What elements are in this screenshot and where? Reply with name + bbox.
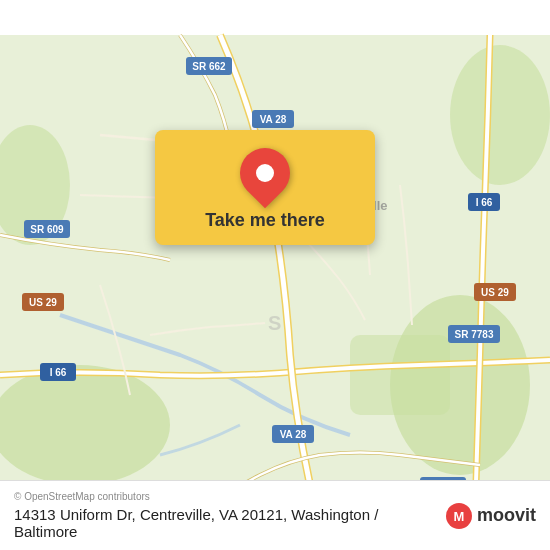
location-pin-icon: [230, 138, 301, 209]
svg-text:S: S: [268, 312, 281, 334]
moovit-text: moovit: [477, 505, 536, 526]
svg-text:SR 609: SR 609: [30, 224, 64, 235]
info-bar: © OpenStreetMap contributors 14313 Unifo…: [0, 480, 550, 550]
moovit-icon: M: [445, 502, 473, 530]
address-text: 14313 Uniform Dr, Centreville, VA 20121,…: [14, 506, 435, 540]
take-me-there-button[interactable]: Take me there: [205, 210, 325, 231]
map-attribution: © OpenStreetMap contributors: [14, 491, 435, 502]
svg-point-3: [450, 45, 550, 185]
svg-text:M: M: [454, 509, 465, 524]
svg-text:SR 7783: SR 7783: [455, 329, 494, 340]
svg-text:SR 662: SR 662: [192, 61, 226, 72]
svg-rect-5: [350, 335, 450, 415]
svg-text:US 29: US 29: [481, 287, 509, 298]
map-container: SR 662 VA 28 VA 28 I 66 I 66 US 29 US 29…: [0, 0, 550, 550]
info-left: © OpenStreetMap contributors 14313 Unifo…: [14, 491, 435, 540]
attribution-text: © OpenStreetMap contributors: [14, 491, 150, 502]
svg-text:VA 28: VA 28: [260, 114, 287, 125]
svg-text:I 66: I 66: [50, 367, 67, 378]
moovit-logo[interactable]: M moovit: [445, 502, 536, 530]
svg-text:US 29: US 29: [29, 297, 57, 308]
svg-text:I 66: I 66: [476, 197, 493, 208]
cta-overlay: Take me there: [155, 130, 375, 245]
pin-inner-dot: [256, 164, 274, 182]
map-background: SR 662 VA 28 VA 28 I 66 I 66 US 29 US 29…: [0, 0, 550, 550]
svg-text:VA 28: VA 28: [280, 429, 307, 440]
